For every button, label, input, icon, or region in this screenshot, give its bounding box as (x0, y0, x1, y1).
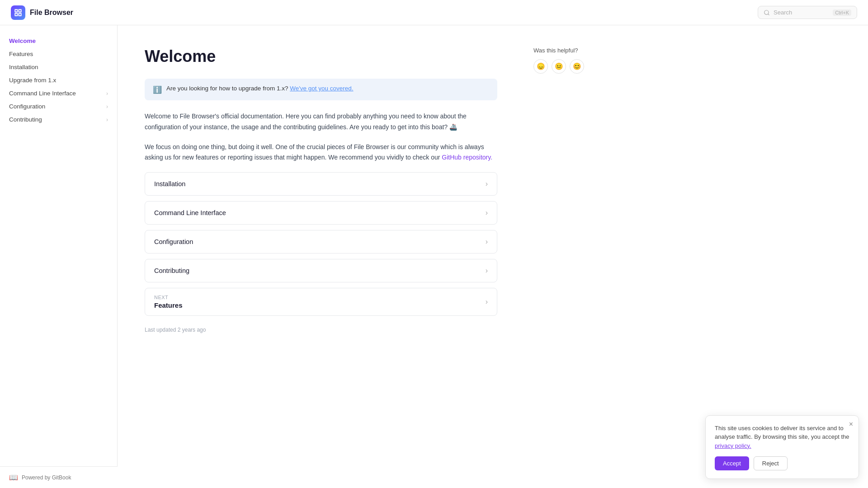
search-icon (764, 9, 770, 16)
sidebar-item-label: Upgrade from 1.x (9, 77, 56, 84)
svg-rect-2 (19, 13, 21, 15)
sidebar-item-label: Welcome (9, 38, 36, 44)
nav-card-installation[interactable]: Installation› (145, 172, 497, 196)
github-link[interactable]: GitHub repository. (442, 154, 492, 161)
next-chevron-icon: › (486, 298, 488, 306)
svg-line-5 (768, 14, 769, 15)
sidebar-item-upgrade[interactable]: Upgrade from 1.x (0, 74, 117, 87)
next-card[interactable]: Next Features › (145, 288, 497, 316)
app-logo-icon (11, 5, 25, 20)
sidebar-item-label: Installation (9, 64, 38, 70)
helpful-btn-neutral[interactable]: 😐 (552, 59, 566, 74)
upgrade-link[interactable]: We've got you covered. (290, 85, 353, 92)
sidebar-item-features[interactable]: Features (0, 47, 117, 61)
gitbook-icon: 📖 (9, 473, 18, 482)
nav-card-label: Contributing (154, 267, 189, 274)
nav-card-label: Command Line Interface (154, 209, 226, 216)
right-panel: Was this helpful? 😞 😐 😊 (524, 25, 615, 488)
sidebar-item-label: Features (9, 51, 33, 57)
sidebar-item-welcome[interactable]: Welcome (0, 34, 117, 47)
sidebar-item-label: Contributing (9, 116, 42, 123)
nav-card-chevron-icon: › (486, 180, 488, 188)
nav-card-configuration[interactable]: Configuration› (145, 230, 497, 253)
gitbook-footer[interactable]: 📖 Powered by GitBook (0, 466, 118, 488)
sidebar-item-cli[interactable]: Command Line Interface› (0, 87, 117, 100)
topbar: File Browser Search Ctrl+K (0, 0, 868, 25)
cookie-text: This site uses cookies to deliver its se… (715, 424, 849, 450)
sidebar-chevron-icon: › (106, 117, 108, 123)
nav-cards: Installation›Command Line Interface›Conf… (145, 172, 497, 282)
nav-card-command-line-interface[interactable]: Command Line Interface› (145, 201, 497, 225)
helpful-label: Was this helpful? (533, 47, 606, 54)
sidebar-item-label: Configuration (9, 103, 45, 110)
gitbook-label: Powered by GitBook (22, 474, 71, 481)
next-label: Next (154, 295, 183, 300)
sidebar-item-configuration[interactable]: Configuration› (0, 100, 117, 113)
svg-rect-3 (15, 13, 17, 15)
nav-card-label: Installation (154, 180, 185, 188)
nav-card-chevron-icon: › (486, 238, 488, 246)
sidebar-chevron-icon: › (106, 90, 108, 97)
search-label: Search (774, 9, 792, 16)
search-box[interactable]: Search Ctrl+K (758, 6, 857, 19)
nav-card-contributing[interactable]: Contributing› (145, 259, 497, 282)
helpful-buttons: 😞 😐 😊 (533, 59, 606, 74)
helpful-btn-good[interactable]: 😊 (570, 59, 584, 74)
helpful-btn-bad[interactable]: 😞 (533, 59, 548, 74)
svg-rect-1 (19, 9, 21, 12)
privacy-policy-link[interactable]: privacy policy. (715, 442, 751, 449)
nav-card-chevron-icon: › (486, 267, 488, 275)
search-shortcut: Ctrl+K (833, 9, 851, 16)
cookie-buttons: Accept Reject (715, 456, 849, 470)
body-paragraph-2: We focus on doing one thing, but doing i… (145, 142, 497, 164)
sidebar-item-installation[interactable]: Installation (0, 61, 117, 74)
body-paragraph-1: Welcome to File Browser's official docum… (145, 111, 497, 133)
sidebar-chevron-icon: › (106, 103, 108, 110)
main-content: Welcome ℹ️ Are you looking for how to up… (118, 25, 524, 488)
cookie-banner: × This site uses cookies to deliver its … (705, 415, 859, 479)
info-icon: ℹ️ (153, 85, 162, 94)
svg-rect-0 (15, 9, 17, 12)
nav-card-chevron-icon: › (486, 209, 488, 217)
info-box: ℹ️ Are you looking for how to upgrade fr… (145, 79, 497, 100)
nav-card-label: Configuration (154, 238, 193, 245)
info-box-text: Are you looking for how to upgrade from … (166, 85, 354, 92)
cookie-reject-button[interactable]: Reject (754, 456, 788, 470)
last-updated: Last updated 2 years ago (145, 327, 497, 333)
app-title: File Browser (30, 9, 73, 17)
sidebar-item-contributing[interactable]: Contributing› (0, 113, 117, 126)
next-title: Features (154, 301, 183, 309)
topbar-left: File Browser (11, 5, 73, 20)
cookie-accept-button[interactable]: Accept (715, 456, 749, 470)
page-title: Welcome (145, 47, 497, 66)
cookie-close-button[interactable]: × (849, 420, 853, 428)
sidebar: WelcomeFeaturesInstallationUpgrade from … (0, 25, 118, 488)
sidebar-item-label: Command Line Interface (9, 90, 76, 97)
